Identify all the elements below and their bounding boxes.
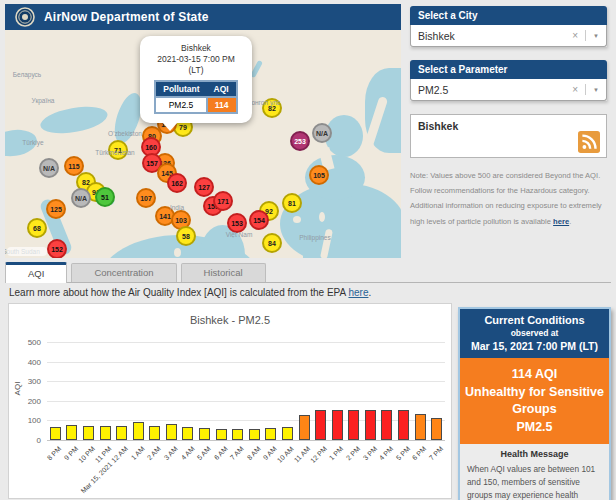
chart-bar[interactable] bbox=[299, 415, 310, 440]
note-here-link[interactable]: here bbox=[553, 217, 569, 226]
map-attribution-pill bbox=[7, 247, 47, 256]
aqi-marker[interactable]: 154 bbox=[249, 210, 269, 230]
chart-bar[interactable] bbox=[232, 429, 243, 440]
chart-x-tick-label: 7 PM bbox=[428, 445, 445, 462]
parameter-select[interactable]: PM2.5 × ▼ bbox=[410, 79, 607, 101]
chart-bar[interactable] bbox=[66, 425, 77, 440]
sidebar: Select a City Bishkek × ▼ Select a Param… bbox=[410, 6, 607, 229]
aqi-marker[interactable]: 127 bbox=[194, 177, 214, 197]
aqi-marker[interactable]: 253 bbox=[290, 131, 310, 151]
tab-historical[interactable]: Historical bbox=[181, 263, 266, 282]
chart-bar[interactable] bbox=[166, 424, 177, 440]
tab-aqi[interactable]: AQI bbox=[5, 262, 67, 283]
rss-icon[interactable] bbox=[578, 131, 600, 153]
learn-more-text: Learn more about how the Air Quality Ind… bbox=[9, 287, 371, 298]
aqi-marker[interactable]: 51 bbox=[95, 187, 115, 207]
aqi-marker[interactable]: 81 bbox=[282, 193, 302, 213]
parameter-select-value[interactable]: PM2.5 bbox=[418, 84, 568, 96]
chart-bar[interactable] bbox=[133, 422, 144, 440]
clear-icon[interactable]: × bbox=[568, 84, 586, 95]
map-place-label: Türkmenistan bbox=[95, 149, 134, 156]
aqi-marker[interactable]: 171 bbox=[213, 191, 233, 211]
aqi-map[interactable]: 791177180160136157145162127107115N/A8292… bbox=[5, 30, 401, 258]
map-place-label: Беларусь bbox=[13, 71, 41, 78]
parameter-select-label: Select a Parameter bbox=[410, 60, 607, 79]
city-select-label: Select a City bbox=[410, 6, 607, 25]
chart-bar[interactable] bbox=[216, 429, 227, 440]
aqi-marker[interactable]: 107 bbox=[136, 188, 156, 208]
health-message-block: Health Message When AQI values are betwe… bbox=[460, 444, 609, 500]
chart-x-tick-label: 5 AM bbox=[196, 445, 212, 461]
aqi-marker[interactable]: N/A bbox=[312, 123, 332, 143]
chart-bar[interactable] bbox=[265, 428, 276, 440]
tab-concentration[interactable]: Concentration bbox=[71, 263, 176, 282]
chevron-down-icon[interactable]: ▼ bbox=[586, 33, 599, 39]
aqi-marker[interactable]: N/A bbox=[71, 188, 91, 208]
chart-bar[interactable] bbox=[249, 429, 260, 440]
aqi-marker[interactable]: 84 bbox=[262, 233, 282, 253]
chart-x-tick-label: 5 PM bbox=[394, 445, 411, 462]
city-select[interactable]: Bishkek × ▼ bbox=[410, 25, 607, 47]
popup-pollutant-value: PM2.5 bbox=[155, 97, 206, 113]
chart-x-tick-label: 10 PM bbox=[77, 445, 96, 464]
chart-bar[interactable] bbox=[431, 418, 442, 440]
chart-x-tick-label: 6 AM bbox=[212, 445, 228, 461]
aqi-marker[interactable]: 68 bbox=[27, 218, 47, 238]
aqi-marker[interactable]: 152 bbox=[47, 239, 67, 258]
chart-bar[interactable] bbox=[332, 410, 343, 440]
chart-bar[interactable] bbox=[116, 426, 127, 440]
chart-y-tick: 500 bbox=[13, 338, 41, 347]
aqi-marker[interactable]: 162 bbox=[167, 173, 187, 193]
popup-city: Bishkek bbox=[145, 43, 247, 54]
chart-bar[interactable] bbox=[348, 410, 359, 440]
aqi-value-line: 114 AQI bbox=[465, 366, 604, 384]
map-place-label: Україна bbox=[32, 97, 55, 104]
island-sri-lanka bbox=[174, 248, 181, 257]
clear-icon[interactable]: × bbox=[568, 30, 586, 41]
aqi-marker[interactable]: 58 bbox=[176, 226, 196, 246]
chart-x-tick-label: 2 AM bbox=[146, 445, 162, 461]
island-hainan bbox=[293, 216, 301, 223]
chevron-down-icon[interactable]: ▼ bbox=[586, 87, 599, 93]
chart-bar[interactable] bbox=[149, 426, 160, 440]
feed-box: Bishkek bbox=[410, 114, 607, 158]
app-title: AirNow Department of State bbox=[44, 10, 209, 24]
aqi-marker[interactable]: 125 bbox=[46, 199, 66, 219]
current-conditions-panel: Current Conditions observed at Mar 15, 2… bbox=[458, 307, 611, 500]
city-select-value[interactable]: Bishkek bbox=[418, 30, 568, 42]
chart-baseline bbox=[47, 440, 445, 441]
health-message-text: When AQI values are between 101 and 150,… bbox=[467, 463, 602, 500]
aqi-marker[interactable]: 105 bbox=[309, 165, 329, 185]
aqi-marker[interactable]: N/A bbox=[39, 158, 59, 178]
chart-bar[interactable] bbox=[381, 410, 392, 440]
chart-bar[interactable] bbox=[365, 410, 376, 440]
chart-x-tick-label: 1 PM bbox=[328, 445, 345, 462]
chart-bar[interactable] bbox=[415, 414, 426, 440]
chart-bar[interactable] bbox=[315, 410, 326, 440]
chart-bar[interactable] bbox=[199, 428, 210, 440]
chart-x-tick-label: 7 AM bbox=[229, 445, 245, 461]
map-place-label: Việt Nam bbox=[226, 231, 253, 238]
current-conditions-header: Current Conditions observed at Mar 15, 2… bbox=[460, 309, 609, 358]
chart-bar[interactable] bbox=[182, 427, 193, 440]
popup-timezone: (LT) bbox=[145, 65, 247, 76]
chart-bar[interactable] bbox=[50, 427, 61, 440]
learn-more-suffix: . bbox=[368, 287, 371, 298]
chart-bar[interactable] bbox=[398, 410, 409, 440]
observed-datetime: Mar 15, 2021 7:00 PM (LT) bbox=[464, 340, 605, 352]
chart-x-tick-label: 12 PM bbox=[309, 445, 328, 464]
app-header: AirNow Department of State bbox=[5, 4, 401, 30]
popup-col-pollutant: Pollutant bbox=[155, 81, 206, 97]
popup-table: Pollutant AQI PM2.5 114 bbox=[154, 80, 237, 114]
aqi-category-block: 114 AQI Unhealthy for Sensitive Groups P… bbox=[460, 358, 609, 444]
chart-x-tick-label: 3 AM bbox=[163, 445, 179, 461]
state-department-seal-icon bbox=[15, 7, 35, 27]
chart-bar[interactable] bbox=[100, 426, 111, 440]
chart-x-tick-label: 6 PM bbox=[411, 445, 428, 462]
chart-bar[interactable] bbox=[282, 427, 293, 440]
chart-bar[interactable] bbox=[83, 426, 94, 440]
map-place-label: India bbox=[170, 204, 184, 211]
learn-more-body: Learn more about how the Air Quality Ind… bbox=[9, 287, 348, 298]
learn-more-here-link[interactable]: here bbox=[348, 287, 368, 298]
note-text: Note: Values above 500 are considered Be… bbox=[410, 171, 602, 226]
